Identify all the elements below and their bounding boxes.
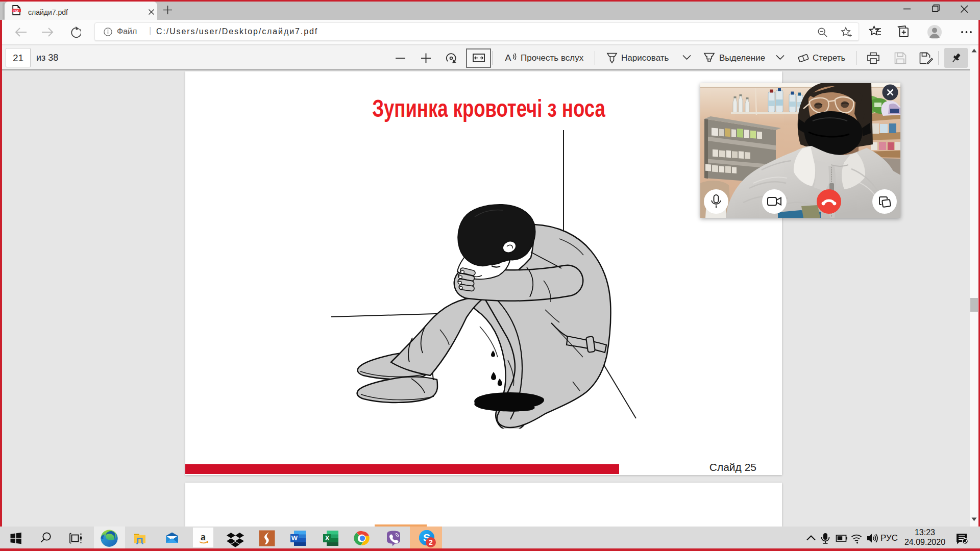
svg-text:W: W (291, 534, 298, 542)
svg-text:X: X (325, 534, 330, 542)
svg-text:2: 2 (429, 538, 433, 546)
svg-text:PDF: PDF (14, 9, 19, 12)
svg-text:a: a (201, 531, 206, 542)
svg-text:A: A (505, 53, 511, 63)
